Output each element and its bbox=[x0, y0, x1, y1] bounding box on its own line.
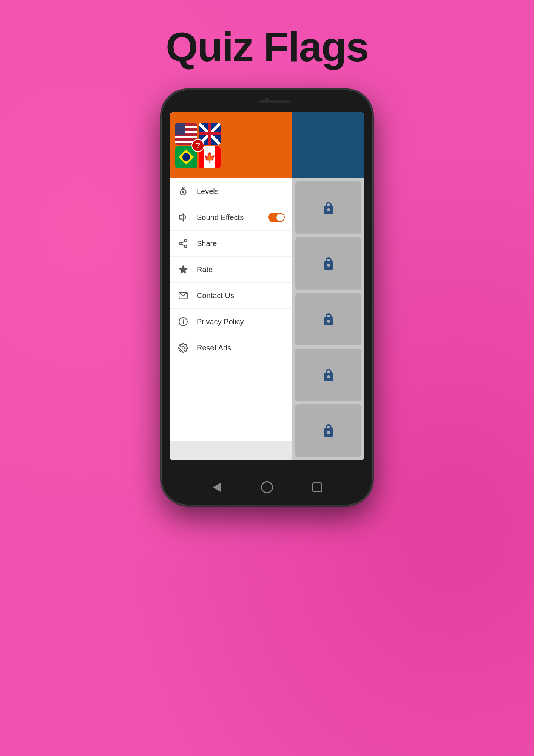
speaker-icon bbox=[177, 211, 189, 223]
menu-item-privacy-policy[interactable]: Privacy Policy bbox=[170, 309, 292, 335]
svg-point-14 bbox=[183, 320, 184, 321]
menu-item-levels[interactable]: Levels bbox=[170, 178, 292, 204]
locked-items bbox=[292, 178, 364, 460]
question-badge: ? bbox=[191, 139, 204, 152]
locked-item-2[interactable] bbox=[295, 237, 361, 290]
lock-icon-5 bbox=[324, 424, 333, 437]
home-circle-icon bbox=[261, 481, 273, 493]
phone-speaker bbox=[259, 100, 290, 103]
rate-label: Rate bbox=[197, 265, 285, 274]
levels-label: Levels bbox=[197, 187, 285, 196]
reset-ads-label: Reset Ads bbox=[197, 344, 285, 352]
sound-effects-toggle[interactable] bbox=[268, 213, 285, 222]
envelope-icon bbox=[177, 290, 189, 302]
lock-body bbox=[324, 261, 333, 270]
gear-icon bbox=[177, 342, 189, 354]
svg-line-8 bbox=[182, 241, 184, 243]
lock-body bbox=[324, 317, 333, 325]
sound-effects-label: Sound Effects bbox=[197, 213, 268, 222]
lock-body bbox=[324, 373, 333, 381]
locked-item-3[interactable] bbox=[295, 293, 361, 345]
menu-item-rate[interactable]: Rate bbox=[170, 257, 292, 283]
locked-item-5[interactable] bbox=[295, 404, 361, 457]
menu-panel: 🍁 ? bbox=[170, 112, 292, 460]
share-icon bbox=[177, 237, 189, 249]
back-arrow-icon bbox=[213, 483, 221, 492]
back-button[interactable] bbox=[210, 480, 224, 494]
locked-item-4[interactable] bbox=[295, 349, 361, 401]
home-button[interactable] bbox=[260, 480, 274, 494]
lock-body bbox=[324, 206, 333, 214]
svg-marker-3 bbox=[179, 214, 184, 221]
lock-icon-1 bbox=[324, 202, 333, 214]
menu-list: Levels Sound Effects bbox=[170, 178, 292, 441]
menu-item-sound-effects[interactable]: Sound Effects bbox=[170, 204, 292, 231]
right-panel-header bbox=[292, 112, 364, 178]
lock-icon-3 bbox=[324, 313, 333, 325]
phone-screen: 🍁 ? bbox=[170, 112, 364, 460]
page-title: Quiz Flags bbox=[166, 23, 368, 71]
lock-body bbox=[324, 428, 333, 437]
lock-icon-2 bbox=[324, 257, 333, 270]
svg-point-15 bbox=[182, 347, 185, 349]
contact-us-label: Contact Us bbox=[197, 291, 285, 300]
recents-button[interactable] bbox=[310, 480, 324, 494]
svg-point-6 bbox=[184, 245, 187, 248]
svg-point-2 bbox=[182, 191, 185, 194]
bottom-bar bbox=[170, 441, 292, 460]
svg-point-5 bbox=[179, 242, 182, 245]
lock-icon-4 bbox=[324, 369, 333, 381]
medal-icon bbox=[177, 185, 189, 197]
recents-square-icon bbox=[312, 482, 322, 492]
phone-bottom-nav bbox=[161, 480, 373, 494]
menu-item-share[interactable]: Share bbox=[170, 231, 292, 257]
right-panel bbox=[292, 112, 364, 460]
phone-camera bbox=[265, 98, 269, 102]
phone-device: 🍁 ? bbox=[161, 90, 373, 505]
svg-marker-9 bbox=[179, 265, 187, 273]
flags-grid: 🍁 ? bbox=[175, 123, 221, 168]
svg-point-4 bbox=[184, 239, 187, 242]
menu-item-reset-ads[interactable]: Reset Ads bbox=[170, 335, 292, 361]
privacy-policy-label: Privacy Policy bbox=[197, 318, 285, 326]
phone-shell: 🍁 ? bbox=[161, 90, 373, 505]
menu-item-contact-us[interactable]: Contact Us bbox=[170, 283, 292, 309]
share-label: Share bbox=[197, 239, 285, 248]
svg-line-7 bbox=[182, 244, 184, 246]
canada-leaf: 🍁 bbox=[204, 152, 216, 162]
app-header: 🍁 ? bbox=[170, 112, 292, 178]
locked-item-1[interactable] bbox=[295, 181, 361, 234]
info-icon bbox=[177, 316, 189, 328]
star-icon bbox=[177, 263, 189, 276]
